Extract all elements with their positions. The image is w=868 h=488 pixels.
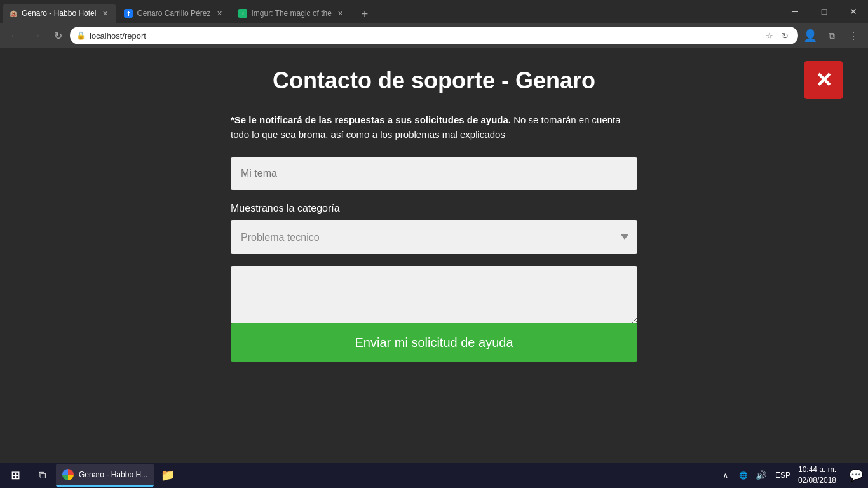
task-view-icon: ⧉ [39,470,46,481]
file-explorer-button[interactable]: 📁 [156,464,179,487]
address-text: localhost/report [90,31,759,41]
tab-label-2: Genaro Carrillo Pérez [137,9,210,18]
submit-button[interactable]: Enviar mi solicitud de ayuda [231,323,637,362]
tab-facebook[interactable]: f Genaro Carrillo Pérez ✕ [118,4,231,23]
clock: 10:44 a. m. 02/08/2018 [798,464,841,486]
windows-icon: ⊞ [11,468,20,482]
notifications-button[interactable]: 💬 [846,466,865,485]
tab-label-1: Genaro - Habbo Hotel [22,9,96,18]
support-form: Muestranos la categoría Problema tecnico… [231,157,637,362]
clock-date: 02/08/2018 [798,475,836,486]
browser-menu-button[interactable]: ⋮ [844,26,863,45]
page-title: Contacto de soporte - Genaro [273,67,595,94]
close-button[interactable]: ✕ [804,61,843,99]
task-view-button[interactable]: ⧉ [31,464,53,487]
tab-close-3[interactable]: ✕ [336,8,346,18]
reload-button[interactable]: ↻ [48,26,67,45]
volume-icon[interactable]: 🔊 [755,469,768,482]
tab-imgur[interactable]: i Imgur: The magic of the ✕ [232,4,352,23]
extensions-icon[interactable]: ⧉ [822,26,841,45]
tab-favicon-2: f [124,9,133,18]
notice-bold: *Se le notificará de las respuestas a su… [231,114,511,125]
maximize-button[interactable]: □ [810,0,839,23]
taskbar: ⊞ ⧉ Genaro - Habbo H... 📁 ∧ 🌐 🔊 ESP 10:4… [0,463,868,488]
notice-text: *Se le notificará de las respuestas a su… [231,113,637,142]
lock-icon: 🔒 [76,31,86,40]
back-button[interactable]: ← [5,26,24,45]
address-actions: ☆ ↻ [763,29,792,43]
tab-bar: 🏨 Genaro - Habbo Hotel ✕ f Genaro Carril… [0,0,868,23]
tab-close-1[interactable]: ✕ [100,8,110,18]
category-label: Muestranos la categoría [231,203,637,214]
address-bar[interactable]: 🔒 localhost/report ☆ ↻ [70,27,798,44]
tab-favicon-1: 🏨 [9,9,18,18]
new-tab-button[interactable]: + [356,5,374,23]
system-tray: ∧ 🌐 🔊 ESP 10:44 a. m. 02/08/2018 💬 [719,464,865,486]
tray-up-arrow[interactable]: ∧ [719,469,732,482]
message-textarea[interactable] [231,266,637,323]
window-controls: ─ □ ✕ [780,0,868,23]
tab-close-2[interactable]: ✕ [214,8,224,18]
start-button[interactable]: ⊞ [3,464,28,487]
language-indicator: ESP [773,471,793,480]
refresh-icon[interactable]: ↻ [778,29,792,43]
category-select[interactable]: Problema tecnico Consulta general Report… [231,220,637,254]
bookmark-icon[interactable]: ☆ [763,29,776,43]
tab-label-3: Imgur: The magic of the [251,9,332,18]
minimize-button[interactable]: ─ [780,0,810,23]
chrome-icon [62,469,74,480]
tab-habbo[interactable]: 🏨 Genaro - Habbo Hotel ✕ [3,4,116,23]
navigation-bar: ← → ↻ 🔒 localhost/report ☆ ↻ 👤 ⧉ ⋮ [0,23,868,48]
file-explorer-icon: 📁 [161,468,175,482]
clock-time: 10:44 a. m. [798,464,836,475]
network-icon[interactable]: 🌐 [737,469,750,482]
tab-favicon-3: i [238,9,247,18]
taskbar-task-chrome[interactable]: Genaro - Habbo H... [56,464,154,487]
close-icon: ✕ [815,70,832,90]
taskbar-task-label: Genaro - Habbo H... [79,470,147,479]
window-close-button[interactable]: ✕ [839,0,868,23]
profile-icon[interactable]: 👤 [801,26,820,45]
browser-chrome: 🏨 Genaro - Habbo Hotel ✕ f Genaro Carril… [0,0,868,48]
subject-input[interactable] [231,157,637,190]
forward-button[interactable]: → [27,26,46,45]
page-content: Contacto de soporte - Genaro ✕ *Se le no… [0,48,868,463]
